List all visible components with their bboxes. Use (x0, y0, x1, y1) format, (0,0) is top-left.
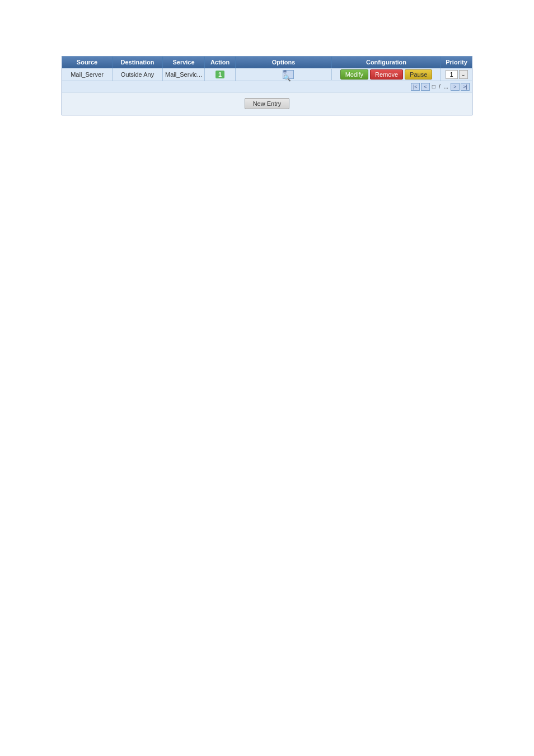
table-header: Source Destination Service Action Option… (62, 57, 472, 68)
modify-button[interactable]: Modify (340, 69, 368, 80)
header-configuration: Configuration (332, 57, 441, 68)
cell-configuration: Modify Remove Pause (332, 68, 441, 81)
cell-priority: ⌄ (441, 69, 472, 80)
header-options: Options (236, 57, 332, 68)
cell-destination: Outside Any (113, 68, 163, 81)
remove-button[interactable]: Remove (370, 69, 403, 80)
header-service: Service (163, 57, 205, 68)
pause-button[interactable]: Pause (405, 69, 432, 80)
header-destination: Destination (113, 57, 163, 68)
pagination-row: |< < □ / ... > >| (62, 81, 472, 92)
page-first-button[interactable]: |< (411, 83, 420, 91)
header-source: Source (62, 57, 113, 68)
priority-dropdown[interactable]: ⌄ (459, 70, 468, 79)
new-entry-button[interactable]: New Entry (245, 98, 290, 109)
header-priority: Priority (441, 57, 472, 68)
page-prev-button[interactable]: < (421, 83, 430, 91)
header-action: Action (205, 57, 236, 68)
cell-options: e🔍 (236, 69, 332, 80)
page-container: Source Destination Service Action Option… (0, 0, 534, 756)
option-spacer-4 (271, 70, 282, 79)
option-spacer-3 (260, 70, 270, 79)
cell-source: Mail_Server (62, 68, 113, 81)
rules-table: Source Destination Service Action Option… (62, 56, 472, 115)
page-total: ... (443, 83, 449, 90)
page-last-button[interactable]: >| (461, 83, 470, 91)
new-entry-row: New Entry (62, 92, 472, 115)
cell-service: Mail_Servic... (163, 68, 205, 81)
option-spacer-1 (238, 70, 248, 79)
action-value: 1 (216, 71, 224, 78)
page-indicator: □ (431, 83, 437, 90)
cell-action: 1 (205, 68, 236, 81)
page-slash: / (438, 83, 442, 90)
priority-input[interactable] (446, 70, 458, 79)
table-row: Mail_Server Outside Any Mail_Servic... 1… (62, 68, 472, 81)
option-spacer-6 (306, 70, 316, 79)
page-next-button[interactable]: > (451, 83, 460, 91)
option-spacer-7 (317, 70, 327, 79)
options-search-icon[interactable]: e🔍 (283, 70, 294, 79)
option-spacer-5 (295, 70, 305, 79)
option-spacer-2 (249, 70, 259, 79)
